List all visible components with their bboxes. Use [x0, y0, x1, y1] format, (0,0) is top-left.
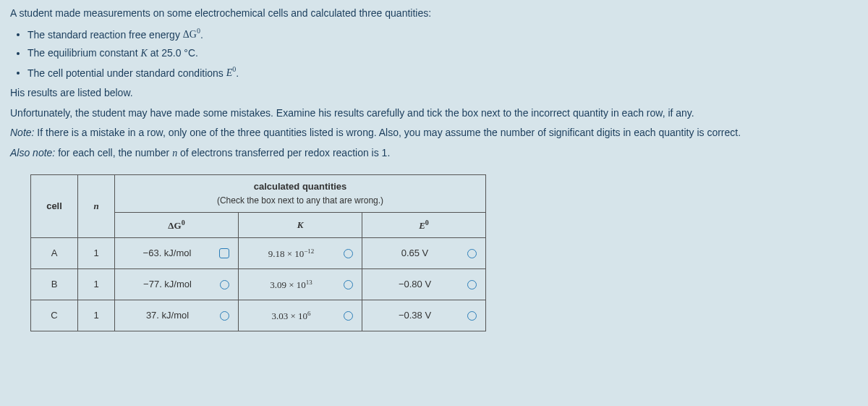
k-value: 3.03 × 106 — [246, 310, 336, 321]
cell-n: 1 — [78, 238, 115, 269]
cell-n: 1 — [78, 269, 115, 300]
cell-n: 1 — [78, 300, 115, 331]
dg-value: −63. kJ/mol — [122, 246, 212, 261]
intro-text: A student made measurements on some elec… — [10, 6, 858, 22]
th-calc-title: calculated quantities — [122, 179, 478, 194]
th-k: K — [239, 212, 362, 237]
results-line: His results are listed below. — [10, 85, 858, 101]
bullet-2-post: at 25.0 °C. — [148, 47, 198, 59]
dg-value: −77. kJ/mol — [122, 277, 213, 292]
note-body: If there is a mistake in a row, only one… — [34, 127, 741, 138]
radio-k-a[interactable] — [344, 249, 353, 258]
radio-dg-b[interactable] — [220, 280, 229, 289]
e-value: −0.80 V — [370, 277, 460, 292]
bullet-list: The standard reaction free energy ΔG0. T… — [27, 26, 858, 81]
e-value: −0.38 V — [370, 308, 460, 323]
cell-k-b: 3.09 × 1013 — [239, 269, 362, 300]
bullet-3-post: . — [236, 67, 239, 78]
note-label: Note: — [10, 127, 34, 138]
table-row: A 1 −63. kJ/mol 9.18 × 10−12 0 — [31, 238, 486, 269]
radio-k-b[interactable] — [344, 280, 353, 289]
th-calc-sub: (Check the box next to any that are wron… — [122, 194, 478, 208]
bullet-2-pre: The equilibrium constant — [27, 47, 140, 59]
radio-e-a[interactable] — [467, 249, 477, 258]
note-line: Note: If there is a mistake in a row, on… — [10, 125, 858, 141]
also-note-label: Also note: — [10, 147, 55, 158]
cell-dg-c: 37. kJ/mol — [115, 300, 239, 331]
cell-id: C — [31, 300, 78, 331]
th-dg: ΔG0 — [115, 212, 239, 237]
dg-value: 37. kJ/mol — [122, 308, 213, 323]
mistakes-line: Unfortunately, the student may have made… — [10, 106, 858, 122]
cell-k-c: 3.03 × 106 — [239, 300, 362, 331]
k-symbol: K — [140, 48, 147, 59]
bullet-3: The cell potential under standard condit… — [27, 64, 858, 81]
bullet-2: The equilibrium constant K at 25.0 °C. — [27, 46, 858, 62]
radio-k-c[interactable] — [344, 311, 353, 321]
bullet-1-post: . — [200, 28, 203, 40]
cell-dg-b: −77. kJ/mol — [115, 269, 239, 300]
bullet-1-pre: The standard reaction free energy — [27, 28, 183, 40]
table-row: B 1 −77. kJ/mol 3.09 × 1013 −0 — [31, 269, 486, 300]
cell-k-a: 9.18 × 10−12 — [239, 238, 362, 269]
also-note-pre: for each cell, the number — [55, 147, 172, 158]
cell-e-c: −0.38 V — [362, 300, 486, 331]
e-symbol: E0 — [226, 67, 237, 78]
radio-e-c[interactable] — [467, 311, 477, 321]
cell-e-a: 0.65 V — [362, 238, 486, 269]
th-calc: calculated quantities (Check the box nex… — [115, 174, 486, 212]
table-row: C 1 37. kJ/mol 3.03 × 106 −0.3 — [31, 300, 486, 331]
bullet-1: The standard reaction free energy ΔG0. — [27, 26, 858, 43]
th-e: E0 — [362, 212, 486, 237]
cell-id: A — [31, 238, 78, 269]
also-note-line: Also note: for each cell, the number n o… — [10, 145, 858, 161]
bullet-3-pre: The cell potential under standard condit… — [27, 67, 226, 78]
radio-dg-c[interactable] — [220, 311, 229, 321]
e-value: 0.65 V — [370, 246, 460, 261]
cell-id: B — [31, 269, 78, 300]
k-value: 9.18 × 10−12 — [246, 248, 336, 258]
cell-e-b: −0.80 V — [362, 269, 486, 300]
checkbox-dg-a[interactable] — [219, 248, 229, 258]
results-table: cell n calculated quantities (Check the … — [30, 174, 486, 331]
th-cell: cell — [31, 174, 78, 237]
delta-g-symbol: ΔG0 — [183, 29, 200, 40]
also-note-post: of electrons transferred per redox react… — [177, 147, 390, 158]
cell-dg-a: −63. kJ/mol — [115, 238, 239, 269]
th-n: n — [78, 174, 115, 237]
radio-e-b[interactable] — [467, 280, 477, 289]
k-value: 3.09 × 1013 — [246, 279, 336, 289]
